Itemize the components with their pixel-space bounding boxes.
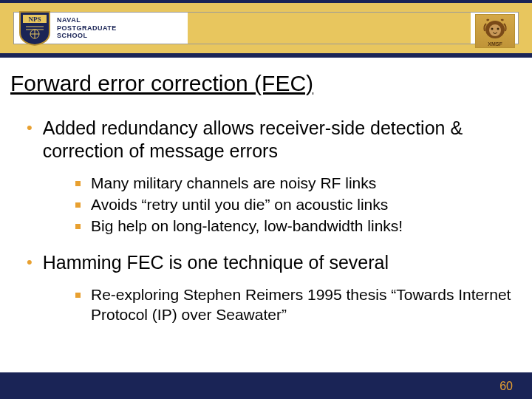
lion-icon bbox=[480, 18, 510, 44]
bullet-main: • Added redundancy allows receiver-side … bbox=[10, 117, 514, 162]
school-line-3: SCHOOL bbox=[57, 32, 117, 40]
bullet-dot-icon: • bbox=[27, 251, 33, 273]
bullet-text: Added redundancy allows receiver-side de… bbox=[43, 117, 514, 162]
footer-band bbox=[0, 372, 532, 399]
shield-icon: NPS bbox=[18, 10, 51, 46]
sub-bullet-text: Re-exploring Stephen Reimers 1995 thesis… bbox=[91, 285, 514, 325]
sub-bullet: Avoids “retry until you die” on acoustic… bbox=[75, 195, 514, 215]
svg-point-3 bbox=[489, 24, 501, 36]
header-band: NPS NAVAL POSTGRADUATE SCHOOL bbox=[0, 0, 532, 58]
bullet-dot-icon: • bbox=[27, 117, 33, 139]
nps-initials: NPS bbox=[28, 16, 41, 23]
slide-title: Forward error correction (FEC) bbox=[10, 71, 514, 96]
bullet-square-icon bbox=[75, 224, 81, 229]
sub-bullet-text: Many military channels are noisy RF link… bbox=[91, 174, 376, 194]
school-line-1: NAVAL bbox=[57, 16, 117, 24]
xmsf-logo: XMSF bbox=[475, 14, 515, 48]
bullet-text: Hamming FEC is one technique of several bbox=[43, 251, 389, 274]
slide-content: Forward error correction (FEC) • Added r… bbox=[0, 58, 532, 325]
sub-bullet-block: Re-exploring Stephen Reimers 1995 thesis… bbox=[10, 278, 514, 325]
bullet-square-icon bbox=[75, 181, 81, 186]
bullet-main: • Hamming FEC is one technique of severa… bbox=[10, 251, 514, 274]
svg-point-4 bbox=[491, 28, 494, 30]
page-number: 60 bbox=[499, 380, 513, 393]
sub-bullet-text: Big help on long-latency, low-bandwidth … bbox=[91, 216, 403, 236]
sub-bullet-text: Avoids “retry until you die” on acoustic… bbox=[91, 195, 388, 215]
school-line-2: POSTGRADUATE bbox=[57, 24, 117, 33]
sub-bullet-block: Many military channels are noisy RF link… bbox=[10, 166, 514, 251]
bullet-square-icon bbox=[75, 293, 81, 298]
svg-point-5 bbox=[497, 28, 499, 30]
xmsf-label: XMSF bbox=[488, 41, 502, 47]
school-name: NAVAL POSTGRADUATE SCHOOL bbox=[57, 16, 117, 40]
sub-bullet: Many military channels are noisy RF link… bbox=[75, 174, 514, 194]
nps-logo: NPS NAVAL POSTGRADUATE SCHOOL bbox=[14, 10, 117, 46]
bullet-square-icon bbox=[75, 202, 81, 208]
sub-bullet: Re-exploring Stephen Reimers 1995 thesis… bbox=[75, 285, 514, 325]
header-inner: NPS NAVAL POSTGRADUATE SCHOOL bbox=[13, 12, 519, 44]
sub-bullet: Big help on long-latency, low-bandwidth … bbox=[75, 216, 514, 236]
header-strip bbox=[188, 13, 471, 44]
